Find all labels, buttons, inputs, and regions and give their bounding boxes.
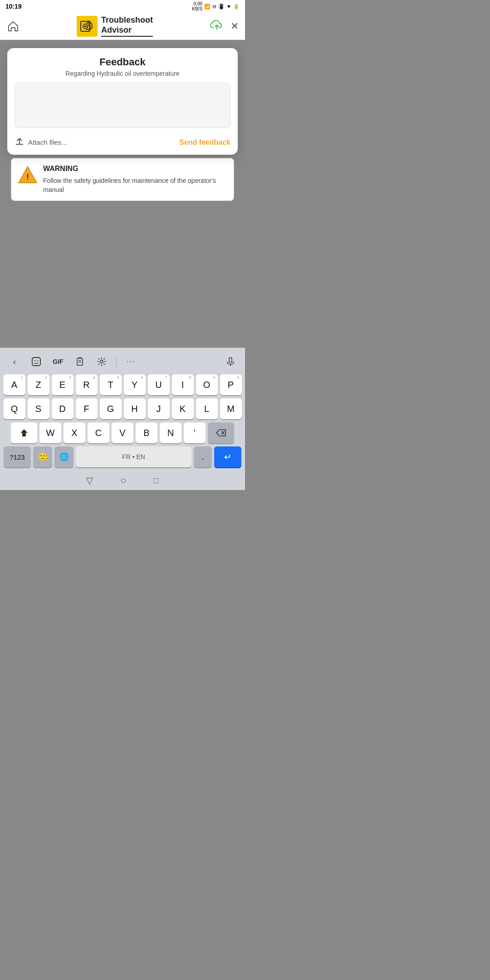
keyboard: ‹ GIF ··· A1 Z2 E3 R4 T5 Y6 U7 I8 O9 P0 … — [0, 348, 245, 490]
recents-nav-button[interactable]: □ — [154, 476, 159, 485]
emoji-key[interactable]: 🙂 — [33, 446, 52, 467]
svg-point-8 — [37, 360, 38, 361]
signal-icon: ⊖ — [212, 4, 216, 10]
cloud-upload-icon[interactable] — [210, 20, 224, 33]
keyboard-row-2: Q S D F G H J K L M — [2, 398, 243, 419]
shift-key[interactable] — [11, 422, 37, 443]
battery-icon: 🔋 — [233, 4, 240, 10]
feedback-textarea[interactable] — [15, 83, 230, 128]
system-nav-bar: ▽ ○ □ — [2, 470, 243, 490]
status-time: 10:19 — [5, 3, 22, 10]
period-key[interactable]: . — [194, 446, 212, 467]
key-P[interactable]: P0 — [220, 374, 242, 395]
back-nav-button[interactable]: ▽ — [86, 475, 93, 486]
key-H[interactable]: H — [124, 398, 146, 419]
key-apostrophe[interactable]: ' — [184, 422, 206, 443]
brand-title-line2: Advisor — [101, 25, 153, 35]
key-W[interactable]: W — [39, 422, 61, 443]
send-feedback-button[interactable]: Send feedback — [179, 138, 230, 147]
svg-point-12 — [100, 360, 103, 363]
brand-text: Troubleshoot Advisor — [101, 15, 153, 37]
keyboard-row-1: A1 Z2 E3 R4 T5 Y6 U7 I8 O9 P0 — [2, 374, 243, 395]
keyboard-more-button[interactable]: ··· — [122, 353, 140, 371]
home-button[interactable] — [6, 20, 20, 33]
warning-icon: ! — [18, 165, 38, 185]
key-X[interactable]: X — [64, 422, 85, 443]
key-J[interactable]: J — [148, 398, 170, 419]
key-B[interactable]: B — [136, 422, 157, 443]
brand-underline — [101, 36, 153, 37]
home-nav-button[interactable]: ○ — [120, 475, 126, 486]
keyboard-gif-button[interactable]: GIF — [49, 353, 67, 371]
enter-key[interactable]: ↵ — [214, 446, 241, 467]
warning-card: ! WARNING Follow the safety guidelines f… — [11, 158, 234, 201]
key-V[interactable]: V — [112, 422, 133, 443]
modal-overlay: Feedback Regarding Hydraulic oil overtem… — [0, 40, 245, 158]
modal-actions: Attach files... Send feedback — [15, 136, 230, 148]
keyboard-sticker-button[interactable] — [27, 353, 45, 371]
network-speed-icon: 0.00KB/S — [192, 1, 202, 11]
status-icons: 0.00KB/S 📶 ⊖ 📳 ▼ 🔋 — [192, 1, 240, 11]
svg-point-2 — [84, 25, 86, 27]
close-icon[interactable]: ✕ — [230, 20, 239, 32]
keyboard-clipboard-button[interactable] — [71, 353, 89, 371]
keyboard-mic-button[interactable] — [221, 353, 240, 371]
wifi-icon: ▼ — [226, 4, 231, 9]
brand-logo-area: Troubleshoot Advisor — [77, 15, 153, 37]
globe-key[interactable]: 🌐 — [54, 446, 74, 467]
key-F[interactable]: F — [76, 398, 98, 419]
attach-files-button[interactable]: Attach files... — [15, 136, 67, 148]
key-S[interactable]: S — [28, 398, 49, 419]
nav-bar: Troubleshoot Advisor ✕ — [0, 13, 245, 40]
key-E[interactable]: E3 — [52, 374, 74, 395]
keyboard-toolbar: ‹ GIF ··· — [2, 351, 243, 372]
svg-point-7 — [34, 360, 35, 361]
svg-rect-6 — [32, 358, 40, 366]
modal-subtitle: Regarding Hydraulic oil overtemperature — [15, 70, 230, 77]
key-Z[interactable]: Z2 — [28, 374, 49, 395]
brand-title-line1: Troubleshoot — [101, 15, 153, 25]
keyboard-bottom-row: ?123 🙂 🌐 FR • EN . ↵ — [2, 446, 243, 467]
keyboard-settings-button[interactable] — [93, 353, 111, 371]
key-G[interactable]: G — [100, 398, 122, 419]
keyboard-row-3: W X C V B N ' — [2, 422, 243, 443]
upload-icon — [15, 136, 24, 148]
warning-body: Follow the safety guidelines for mainten… — [43, 176, 227, 194]
svg-text:!: ! — [26, 172, 29, 181]
status-bar: 10:19 0.00KB/S 📶 ⊖ 📳 ▼ 🔋 — [0, 0, 245, 13]
key-T[interactable]: T5 — [100, 374, 122, 395]
key-U[interactable]: U7 — [148, 374, 170, 395]
key-C[interactable]: C — [88, 422, 109, 443]
warning-text-area: WARNING Follow the safety guidelines for… — [43, 165, 227, 194]
key-K[interactable]: K — [172, 398, 194, 419]
nav-actions: ✕ — [210, 20, 239, 33]
nfc-icon: 📶 — [204, 4, 211, 10]
svg-rect-13 — [229, 358, 232, 363]
key-N[interactable]: N — [160, 422, 181, 443]
brand-logo — [77, 16, 98, 37]
keyboard-toolbar-divider — [116, 355, 117, 368]
vibrate-icon: 📳 — [218, 4, 225, 10]
space-key[interactable]: FR • EN — [76, 446, 191, 467]
key-A[interactable]: A1 — [4, 374, 25, 395]
key-M[interactable]: M — [220, 398, 242, 419]
key-O[interactable]: O9 — [196, 374, 218, 395]
modal-title: Feedback — [15, 56, 230, 68]
warning-title: WARNING — [43, 165, 227, 173]
backspace-key[interactable] — [208, 422, 234, 443]
key-Y[interactable]: Y6 — [124, 374, 146, 395]
keyboard-back-button[interactable]: ‹ — [5, 353, 24, 371]
attach-label: Attach files... — [28, 138, 67, 146]
key-Q[interactable]: Q — [4, 398, 25, 419]
key-R[interactable]: R4 — [76, 374, 98, 395]
feedback-modal: Feedback Regarding Hydraulic oil overtem… — [7, 48, 238, 155]
key-D[interactable]: D — [52, 398, 74, 419]
key-I[interactable]: I8 — [172, 374, 194, 395]
key-L[interactable]: L — [196, 398, 218, 419]
num-key[interactable]: ?123 — [4, 446, 31, 467]
